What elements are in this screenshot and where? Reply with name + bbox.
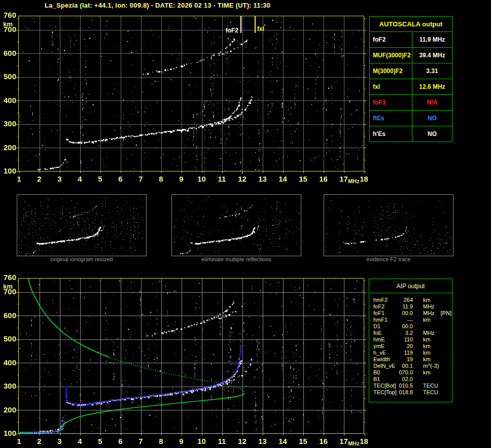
parameter-label: D1 <box>369 323 398 330</box>
parameter-unit: km <box>423 369 431 376</box>
parameter-value: 010.5 <box>398 383 413 389</box>
parameter-value: 00.0 <box>398 310 413 317</box>
table-row: foF211.9MHz <box>369 303 452 310</box>
table-row: TEC[Bot]010.5TECU <box>369 383 452 389</box>
table-row: h'EsNO <box>370 126 452 142</box>
autoscala-window: La_Spezia (lat: +44.1, lon: 009.8) - DAT… <box>0 0 491 448</box>
parameter-value: NO <box>412 126 452 142</box>
parameter-value: 119 <box>398 350 413 356</box>
parameter-label: foF1 <box>369 310 398 317</box>
table-row: foF1N/A <box>370 95 452 111</box>
table-row: h_vE119km <box>369 350 452 356</box>
table-row: M(3000)F23.31 <box>370 63 452 79</box>
parameter-unit: km <box>423 336 431 343</box>
parameter-value: 110 <box>398 336 413 343</box>
parameter-value: 3.2 <box>398 330 413 336</box>
parameter-value: 070.0 <box>398 369 413 376</box>
table-body: hmF2264kmfoF211.9MHzfoF100.0MHz[PN]hmF1-… <box>369 293 452 396</box>
main-ionogram-plot <box>0 12 370 188</box>
table-row: foE3.2MHz <box>369 330 452 336</box>
table-row: hmF2264km <box>369 297 452 303</box>
parameter-label: foE <box>369 330 398 336</box>
table-row: Ewidth19km <box>369 356 452 363</box>
parameter-unit: TECU <box>423 383 438 389</box>
table-row: hmF1---km <box>369 317 452 323</box>
parameter-unit: km <box>423 297 431 303</box>
parameter-unit: m^(-3) <box>423 363 439 369</box>
table-row: foF100.0MHz[PN] <box>369 310 452 317</box>
table-row: MUF(3000)F239.4 MHz <box>370 48 452 63</box>
parameter-unit: MHz <box>423 310 435 317</box>
parameter-value: 12.6 MHz <box>412 79 452 94</box>
parameter-value: 20 <box>398 343 413 350</box>
parameter-unit: km <box>423 356 431 363</box>
panel-eliminate-reflections <box>171 194 301 256</box>
table-row: B102.0 <box>369 376 452 383</box>
aip-output-table: AIP output hmF2264kmfoF211.9MHzfoF100.0M… <box>369 279 452 402</box>
panel-label: eliminate multiple reflections <box>171 256 301 262</box>
parameter-flag: [PN] <box>441 310 451 317</box>
panel-label: evidence F2 trace <box>324 256 453 262</box>
table-row: fxI12.6 MHz <box>370 79 452 95</box>
panel-label: original ionogram resized <box>17 256 147 262</box>
table-row: B0070.0km <box>369 369 452 376</box>
table-header: AIP output <box>369 279 452 293</box>
table-row: DelN_vE00.1m^(-3) <box>369 363 452 369</box>
parameter-label: hmF1 <box>369 317 398 323</box>
autoscala-output-table: AUTOSCALA output foF211.9 MHzMUF(3000)F2… <box>369 16 452 142</box>
parameter-unit: km <box>423 317 431 323</box>
table-header: AUTOSCALA output <box>370 17 452 32</box>
table-row: hmE110km <box>369 336 452 343</box>
parameter-label: MUF(3000)F2 <box>370 48 412 63</box>
parameter-value: --- <box>398 317 413 323</box>
parameter-label: ftEs <box>370 111 412 126</box>
parameter-label: B0 <box>369 369 398 376</box>
parameter-value: N/A <box>412 95 452 110</box>
parameter-label: h'Es <box>370 126 412 142</box>
parameter-unit: TECU <box>423 389 438 396</box>
parameter-value: NO <box>412 111 452 126</box>
parameter-unit: km <box>423 350 431 356</box>
table-row: foF211.9 MHz <box>370 32 452 48</box>
parameter-value: 00.0 <box>398 323 413 330</box>
panel-evidence-f2-trace <box>324 194 453 256</box>
parameter-label: h_vE <box>369 350 398 356</box>
aip-profile-plot <box>0 274 370 448</box>
parameter-label: TEC[Bot] <box>369 383 398 389</box>
parameter-unit: MHz <box>423 303 435 310</box>
parameter-label: hmE <box>369 336 398 343</box>
parameter-value: 018.8 <box>398 389 413 396</box>
parameter-label: Ewidth <box>369 356 398 363</box>
parameter-value: 11.9 <box>398 303 413 310</box>
parameter-value: 02.0 <box>398 376 413 383</box>
parameter-label: ymE <box>369 343 398 350</box>
panel-original-ionogram <box>17 194 147 256</box>
parameter-value: 39.4 MHz <box>412 48 452 63</box>
parameter-label: fxI <box>370 79 412 94</box>
table-row: ymE20km <box>369 343 452 350</box>
table-row: ftEsNO <box>370 111 452 126</box>
table-body: foF211.9 MHzMUF(3000)F239.4 MHzM(3000)F2… <box>370 32 452 142</box>
parameter-label: foF2 <box>370 32 412 47</box>
table-row: TEC[Top]018.8TECU <box>369 389 452 396</box>
parameter-unit: MHz <box>423 330 435 336</box>
parameter-label: TEC[Top] <box>369 389 398 396</box>
parameter-label: foF1 <box>370 95 412 110</box>
parameter-label: B1 <box>369 376 398 383</box>
parameter-label: M(3000)F2 <box>370 63 412 79</box>
window-title: La_Spezia (lat: +44.1, lon: 009.8) - DAT… <box>45 2 270 9</box>
parameter-value: 264 <box>398 297 413 303</box>
parameter-unit: km <box>423 343 431 350</box>
parameter-value: 11.9 MHz <box>412 32 452 47</box>
parameter-label: hmF2 <box>369 297 398 303</box>
parameter-value: 19 <box>398 356 413 363</box>
parameter-label: foF2 <box>369 303 398 310</box>
parameter-value: 3.31 <box>412 63 452 79</box>
table-row: D100.0 <box>369 323 452 330</box>
parameter-label: DelN_vE <box>369 363 398 369</box>
parameter-value: 00.1 <box>398 363 413 369</box>
